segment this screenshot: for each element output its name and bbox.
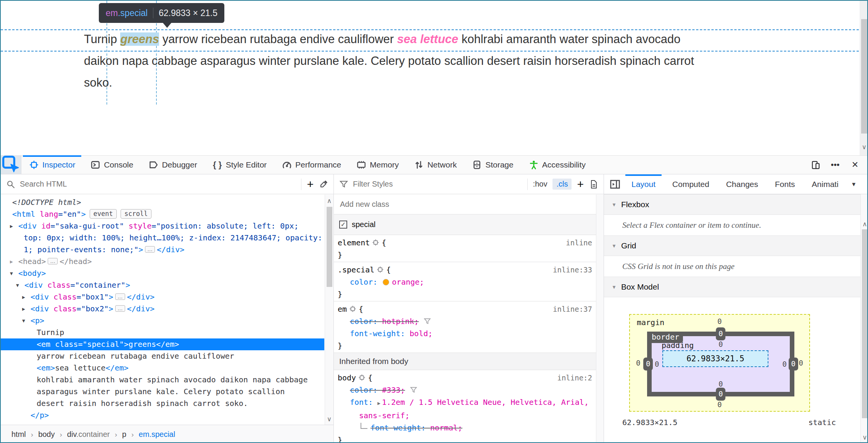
collapse-arrow-icon[interactable] [10, 256, 13, 267]
expand-arrow-icon[interactable] [22, 315, 25, 327]
meatball-menu-icon[interactable]: ••• [827, 157, 844, 172]
padding-bottom-value[interactable]: 0 [718, 380, 723, 388]
computed-font-weight-overridden[interactable]: font-weight: normal; [334, 422, 604, 434]
collapse-arrow-icon[interactable] [10, 220, 13, 232]
add-new-class-row[interactable]: Add new class [334, 194, 604, 214]
tab-fonts[interactable]: Fonts [767, 174, 804, 194]
padding-left-value[interactable]: 0 [655, 360, 659, 368]
rule-selector[interactable]: element [338, 238, 370, 247]
markup-node[interactable]: <div class="container"> [1, 279, 324, 291]
margin-top-value[interactable]: 0 [717, 317, 721, 325]
overridden-filter-icon[interactable] [424, 316, 431, 324]
border-left-value[interactable]: 0 [643, 358, 653, 371]
tab-console[interactable]: Console [83, 156, 141, 174]
expand-arrow-icon[interactable] [10, 267, 13, 279]
tab-network[interactable]: Network [406, 156, 464, 174]
markup-node-selected[interactable]: <em class="special">greens</em> [1, 338, 324, 350]
declaration-font[interactable]: font: ▶1.2em / 1.5 Helvetica Neue, Helve… [334, 396, 604, 409]
box-model-section-header[interactable]: ▼ Box Model [604, 277, 868, 297]
markup-node[interactable]: <div class="box2">…</div> [1, 303, 324, 315]
grid-section-header[interactable]: ▼ Grid [604, 235, 868, 256]
highlight-selector-icon[interactable] [349, 304, 356, 311]
breadcrumb-item-div[interactable]: div.container [67, 430, 110, 439]
box-model-margin-box[interactable]: margin 0 0 0 0 border 0 0 0 0 padding 0 … [629, 314, 810, 412]
border-top-value[interactable]: 0 [716, 327, 725, 340]
layout-scrollbar-thumb[interactable] [862, 229, 868, 418]
scroll-down-icon[interactable]: ∨ [325, 415, 333, 423]
page-scrollbar-thumb[interactable] [861, 19, 867, 134]
rule-selector[interactable]: em [338, 304, 347, 314]
padding-right-value[interactable]: 0 [783, 360, 787, 368]
create-node-button[interactable]: + [307, 179, 314, 190]
margin-left-value[interactable]: 0 [636, 359, 640, 367]
tab-memory[interactable]: Memory [349, 156, 406, 174]
margin-bottom-value[interactable]: 0 [717, 400, 721, 409]
tab-inspector[interactable]: Inspector [21, 156, 83, 174]
box-model-content-box[interactable]: 62.9833×21.5 [662, 350, 768, 367]
border-bottom-value[interactable]: 0 [716, 388, 725, 401]
layout-scrollbar[interactable]: ∧ ∨ [860, 194, 868, 443]
rule-selector[interactable]: .special [338, 265, 374, 274]
breadcrumb-item-em-special[interactable]: em.special [139, 430, 176, 439]
collapse-arrow-icon[interactable] [22, 291, 25, 303]
toggle-pseudo-classes-button[interactable]: :hov [533, 180, 548, 188]
tab-performance[interactable]: Performance [274, 156, 349, 174]
search-html-input[interactable]: Search HTML [20, 180, 67, 188]
expand-arrow-icon[interactable] [16, 279, 19, 291]
inline-ellipsis-badge[interactable]: … [48, 258, 58, 264]
toggle-classes-button[interactable]: .cls [552, 179, 572, 190]
markup-scrollbar[interactable]: ∧ ∨ [325, 195, 333, 425]
tab-layout[interactable]: Layout [623, 174, 664, 194]
markup-node[interactable]: kohlrabi amaranth water spinach avocado … [1, 374, 324, 386]
markup-node[interactable]: <div class="box1">…</div> [1, 291, 324, 303]
responsive-design-icon[interactable] [807, 157, 824, 172]
markup-node[interactable]: asparagus winter purslane kale. Celery p… [1, 386, 324, 398]
tab-debugger[interactable]: Debugger [141, 156, 205, 174]
add-new-class-input[interactable]: Add new class [340, 200, 389, 209]
markup-node[interactable]: <div id="saka-gui-root" style="position:… [1, 220, 324, 232]
breadcrumb-item-html[interactable]: html [11, 430, 26, 439]
declaration-color-hotpink-overridden[interactable]: color: hotpink; [334, 315, 604, 327]
inline-ellipsis-badge[interactable]: … [115, 293, 125, 300]
highlight-selector-icon[interactable] [358, 372, 366, 380]
tab-accessibility[interactable]: Accessibility [521, 156, 593, 174]
tab-changes[interactable]: Changes [718, 174, 767, 194]
breadcrumb-item-p[interactable]: p [122, 430, 126, 439]
overridden-filter-icon[interactable] [410, 385, 417, 393]
margin-right-value[interactable]: 0 [799, 359, 803, 367]
markup-scrollbar-thumb[interactable] [327, 207, 332, 287]
box-model-padding-box[interactable]: padding 0 0 0 0 62.9833×21.5 [652, 336, 790, 392]
tab-style-editor[interactable]: { }Style Editor [205, 156, 274, 174]
markup-node[interactable]: <body> [1, 267, 324, 279]
inline-ellipsis-badge[interactable]: … [115, 305, 125, 312]
markup-node[interactable]: desert raisin horseradish spinach carrot… [1, 398, 324, 409]
collapse-arrow-icon[interactable] [22, 303, 25, 315]
declaration-font-weight-bold[interactable]: font-weight: bold; [334, 327, 604, 340]
event-badge[interactable]: event [90, 209, 117, 219]
highlight-selector-icon[interactable] [377, 264, 384, 272]
tab-animati[interactable]: Animati [804, 174, 847, 194]
rule-location[interactable]: inline:37 [553, 303, 592, 315]
padding-top-value[interactable]: 0 [718, 340, 723, 348]
markup-node[interactable]: <html lang="en">eventscroll [1, 208, 324, 220]
sidebar-toggle-icon[interactable] [609, 179, 622, 190]
rule-location[interactable]: inline [566, 237, 592, 249]
eyedropper-icon[interactable] [319, 180, 328, 189]
scroll-down-icon[interactable]: ∨ [860, 143, 868, 151]
rule-selector[interactable]: body [338, 373, 356, 382]
class-checkbox[interactable]: ✓ [339, 221, 347, 229]
rule-location[interactable]: inline:33 [553, 264, 592, 276]
tab-computed[interactable]: Computed [664, 174, 718, 194]
markup-node[interactable]: <em>sea lettuce</em> [1, 362, 324, 374]
markup-node[interactable]: <!DOCTYPE html> [1, 197, 324, 208]
all-tabs-chevron-icon[interactable]: ▼ [851, 181, 866, 187]
breadcrumb-item-body[interactable]: body [38, 430, 55, 439]
scroll-badge[interactable]: scroll [121, 209, 151, 219]
highlight-selector-icon[interactable] [372, 237, 379, 245]
tab-storage[interactable]: Storage [464, 156, 521, 174]
rule-location[interactable]: inline:2 [557, 372, 592, 384]
scroll-up-icon[interactable]: ∧ [325, 197, 333, 205]
add-rule-button[interactable]: + [577, 179, 584, 190]
markup-node[interactable]: Turnip [1, 327, 324, 338]
pane-divider[interactable] [333, 174, 334, 442]
